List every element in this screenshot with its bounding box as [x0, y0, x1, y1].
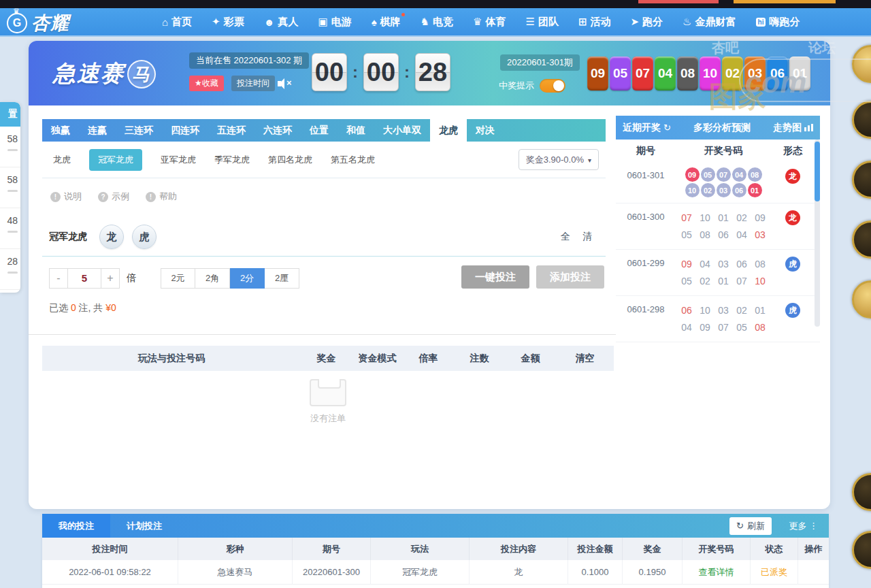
- number-tile: 03: [744, 56, 766, 91]
- tab-plan-bets[interactable]: 计划投注: [110, 514, 178, 538]
- tab-weizhi[interactable]: 位置: [301, 119, 338, 142]
- nav-item-lottery[interactable]: ✦彩票: [212, 16, 244, 29]
- nav-item-esports[interactable]: ♞电竞: [421, 16, 453, 29]
- unit-yuan-button[interactable]: 2元: [161, 268, 195, 289]
- gamepad-icon: ♞: [421, 16, 429, 28]
- tab-analysis[interactable]: 多彩分析预测: [693, 122, 751, 134]
- tab-sanlianhuan[interactable]: 三连环: [116, 119, 162, 142]
- nav-item-boardgames[interactable]: ♠棋牌: [372, 16, 401, 29]
- left-quick-panel: 置 58 58 48 28: [0, 102, 20, 293]
- bet-status-cell: 已派奖: [751, 560, 798, 585]
- tab-liulianhuan[interactable]: 六连环: [254, 119, 301, 142]
- select-all-link[interactable]: 全: [561, 231, 570, 243]
- nav-menu: ⌂首页 ✦彩票 ☻真人 ▣电游 ♠棋牌 ♞电竞 ♛体育 ☰团队 ⊞活动 ➤跑分 …: [162, 8, 800, 35]
- unit-group: 2元 2角 2分 2厘: [161, 268, 299, 289]
- subtab-jijun-longhu[interactable]: 季军龙虎: [214, 154, 250, 166]
- unit-li-button[interactable]: 2厘: [265, 268, 299, 289]
- favorite-button[interactable]: ★收藏: [189, 76, 224, 91]
- refresh-button[interactable]: ↻ 刷新: [729, 517, 772, 535]
- nav-item-jinding[interactable]: ♨金鼎财富: [683, 16, 736, 29]
- help-bangzhu[interactable]: !帮助: [146, 191, 177, 203]
- hot-dot: [401, 13, 405, 16]
- left-panel-item[interactable]: 28: [0, 249, 20, 290]
- odds-select[interactable]: 奖金3.90-0.0%▾: [519, 149, 599, 170]
- selected-count: 0: [71, 302, 76, 313]
- tab-wulianhuan[interactable]: 五连环: [208, 119, 254, 142]
- tab-lianying[interactable]: 连赢: [79, 119, 116, 142]
- win-tip-toggle[interactable]: [540, 79, 565, 93]
- dash-icon: [7, 190, 18, 192]
- number-tile: 01: [789, 56, 810, 91]
- more-button[interactable]: 更多 ⋮: [789, 514, 818, 538]
- nav-item-home[interactable]: ⌂首页: [162, 16, 192, 29]
- nav-item-team[interactable]: ☰团队: [526, 16, 559, 29]
- ball-line: 10 02 03 06 01: [676, 183, 771, 197]
- bet-prize-cell: 0.1950: [623, 560, 683, 585]
- help-shili[interactable]: ?示例: [98, 191, 129, 203]
- recent-scrollbar-track[interactable]: [815, 140, 820, 327]
- win-tip-toggle-row: 中奖提示: [499, 79, 565, 93]
- colon: :: [352, 63, 358, 82]
- countdown-seconds: 28: [415, 53, 450, 91]
- clear-link[interactable]: 清: [582, 231, 592, 243]
- draw-ball: 10: [685, 183, 700, 197]
- subtab-guanjun-longhu[interactable]: 冠军龙虎: [89, 149, 142, 171]
- recent-table-header: 期号 开奖号码 形态: [616, 140, 820, 162]
- option-dragon-button[interactable]: 龙: [99, 225, 124, 249]
- add-bet-button[interactable]: 添加投注: [536, 265, 604, 289]
- subtab-yajun-longhu[interactable]: 亚军龙虎: [161, 154, 196, 166]
- countdown-clock: 00 : 00 : 28: [312, 53, 450, 91]
- left-panel-item[interactable]: 58: [0, 127, 20, 167]
- draw-ball: 06: [732, 183, 746, 197]
- nav-item-hipaofen[interactable]: hi嗨跑分: [756, 16, 800, 29]
- number-line: 0508060403: [676, 228, 771, 242]
- recent-panel: 近期开奖↻ 多彩分析预测 走势图 期号 开奖号码 形态 0601-301 09 …: [616, 116, 820, 342]
- select-links: 全 清: [561, 231, 600, 243]
- nav-item-live[interactable]: ☻真人: [264, 16, 299, 29]
- tab-trend-chart[interactable]: 走势图: [773, 122, 813, 134]
- refresh-icon[interactable]: ↻: [663, 122, 671, 133]
- betting-panel: !说明 ?示例 !帮助 冠军龙虎 龙 虎 全 清 - 5 + 倍 2元 2角 2…: [42, 178, 606, 335]
- ticket-icon: ✦: [212, 16, 220, 28]
- tab-silianhuan[interactable]: 四连环: [162, 119, 208, 142]
- recent-scrollbar-thumb[interactable]: [815, 142, 820, 201]
- bet-time-button[interactable]: 投注时间: [231, 76, 275, 91]
- subtab-disiming-longhu[interactable]: 第四名龙虎: [268, 154, 312, 166]
- multiplier-input[interactable]: 5: [68, 268, 101, 289]
- subtab-diwuming-longhu[interactable]: 第五名龙虎: [331, 154, 375, 166]
- subtab-longhu[interactable]: 龙虎: [53, 154, 71, 166]
- quick-bet-button[interactable]: 一键投注: [461, 265, 529, 289]
- nav-item-sports[interactable]: ♛体育: [473, 16, 506, 29]
- divider: [29, 334, 619, 335]
- nav-item-activity[interactable]: ⊞活动: [578, 16, 611, 29]
- site-logo[interactable]: ♛ G 杏耀: [7, 11, 69, 35]
- draw-ball: 04: [732, 167, 746, 182]
- tab-daxiaodanshuang[interactable]: 大小单双: [374, 119, 430, 142]
- tab-hezhi[interactable]: 和值: [338, 119, 374, 142]
- unit-fen-button[interactable]: 2分: [230, 268, 265, 289]
- tab-longhu[interactable]: 龙虎: [430, 119, 467, 142]
- multiplier-minus-button[interactable]: -: [49, 268, 68, 289]
- left-panel-item[interactable]: 48: [0, 208, 20, 249]
- vertical-dots-icon: ⋮: [809, 521, 818, 531]
- unit-jiao-button[interactable]: 2角: [195, 268, 230, 289]
- multiplier-plus-button[interactable]: +: [101, 268, 120, 289]
- last-period-badge: 20220601-301期: [500, 54, 580, 71]
- tab-my-bets[interactable]: 我的投注: [42, 514, 110, 538]
- nav-item-paofen[interactable]: ➤跑分: [631, 16, 663, 29]
- team-icon: ☰: [526, 16, 535, 28]
- left-panel-item[interactable]: 58: [0, 167, 20, 208]
- nav-item-egames[interactable]: ▣电游: [318, 16, 351, 29]
- mute-icon[interactable]: ×: [278, 77, 294, 91]
- option-tiger-button[interactable]: 虎: [132, 225, 157, 249]
- mybets-table-header: 投注时间 彩种 期号 玩法 投注内容 投注金额 奖金 开奖号码 状态 操作: [42, 538, 829, 560]
- view-detail-link[interactable]: 查看详情: [683, 560, 751, 585]
- draw-ball: 01: [748, 183, 762, 197]
- help-shuoming[interactable]: !说明: [50, 191, 82, 203]
- gift-icon: ⊞: [578, 16, 587, 28]
- tab-duijue[interactable]: 对决: [467, 119, 504, 142]
- number-tile: 05: [610, 56, 631, 91]
- tab-recent-draws[interactable]: 近期开奖↻: [623, 122, 671, 134]
- tab-duying[interactable]: 独赢: [42, 119, 79, 142]
- draw-ball: 07: [717, 167, 731, 182]
